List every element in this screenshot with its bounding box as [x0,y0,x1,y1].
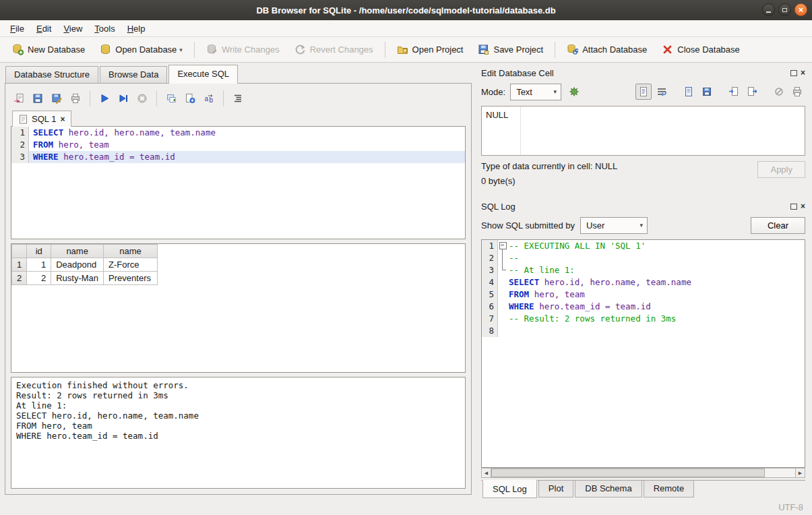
execute-current-line-button[interactable] [115,90,131,107]
open-cell-data-button[interactable] [681,84,697,100]
tab-sql-log[interactable]: SQL Log [482,480,537,498]
revert-changes-button[interactable]: Revert Changes [288,40,380,59]
export-results-icon [185,93,195,104]
export-cell-button[interactable] [744,84,760,100]
mode-settings-button[interactable] [566,84,582,100]
results-cell[interactable]: Rusty-Man [51,272,104,285]
open-database-dropdown-icon[interactable]: ▾ [179,47,183,53]
execute-current-line-icon [118,93,129,104]
sql-log-view[interactable]: 1-- EXECUTING ALL IN 'SQL 1'2--3-- At li… [481,239,805,468]
sql-log-dock-header: SQL Log × [481,199,805,214]
save-project-button[interactable]: Save Project [471,40,550,59]
doc-text-button[interactable] [635,84,652,100]
menu-tools[interactable]: Tools [88,22,121,36]
print-cell-button[interactable] [789,84,805,100]
sql-doc-icon [19,115,28,124]
scroll-right-icon[interactable]: ▶ [795,468,805,478]
attach-database-button[interactable]: Attach Database [560,40,654,59]
close-database-button[interactable]: Close Database [655,40,747,59]
open-cell-data-icon [683,86,694,97]
sql-doc-tab[interactable]: SQL 1 × [12,111,71,127]
open-query-tab-button[interactable] [163,90,179,107]
tab-browse-data[interactable]: Browse Data [100,66,167,83]
word-wrap-icon [656,86,667,97]
fold-column [498,313,507,325]
stop-execution-button[interactable] [134,90,150,107]
code-line: 5FROM hero, team [482,289,805,301]
results-cell[interactable]: 1 [27,258,51,272]
doc-text-icon [638,86,649,97]
auto-format-button[interactable] [230,90,246,107]
minimize-button[interactable] [762,3,775,16]
close-window-button[interactable]: × [794,3,807,16]
scrollbar-track[interactable] [491,468,795,478]
mode-select[interactable]: Text ▾ [510,84,561,100]
menu-view[interactable]: View [57,22,88,36]
results-cell[interactable]: 2 [27,272,51,285]
main-area: Database Structure Browse Data Execute S… [0,63,812,499]
float-dock-icon[interactable] [790,204,797,210]
execution-message: Execution finished without errors. Resul… [11,377,466,489]
menu-edit[interactable]: Edit [30,22,57,36]
tab-database-structure[interactable]: Database Structure [5,66,98,83]
results-cell[interactable]: Z-Force [104,258,158,272]
open-project-button[interactable]: Open Project [390,40,470,59]
results-cell[interactable]: Preventers [104,272,158,285]
tab-remote[interactable]: Remote [644,481,695,497]
toolbar-separator [194,42,195,58]
new-database-button[interactable]: New Database [5,40,92,59]
save-project-label: Save Project [493,44,543,55]
results-grid: idnamename11DeadpondZ-Force22Rusty-ManPr… [11,243,466,373]
set-null-button[interactable] [771,84,787,100]
menu-help[interactable]: Help [121,22,152,36]
results-column-header[interactable]: name [51,245,104,258]
cell-value: NULL [482,107,521,155]
clear-log-button[interactable]: Clear [751,217,805,234]
open-sql-file-button[interactable] [11,90,27,107]
save-sql-file-button[interactable] [30,90,46,107]
float-dock-icon[interactable] [790,70,797,76]
sql-editor[interactable]: 1SELECT hero.id, hero.name, team.name2FR… [11,126,466,239]
close-dock-icon[interactable]: × [801,202,805,210]
open-database-button[interactable]: Open Database ▾ [93,40,189,59]
results-column-header[interactable]: id [27,245,51,258]
print-sql-button[interactable] [67,90,84,107]
cell-editor[interactable]: NULL [481,106,805,156]
encoding-indicator[interactable]: UTF-8 [778,502,803,512]
mode-value: Text [516,87,532,97]
close-dock-icon[interactable]: × [801,69,805,77]
tab-db-schema[interactable]: DB Schema [575,481,642,497]
apply-button[interactable]: Apply [757,161,805,178]
maximize-button[interactable] [778,3,791,16]
titlebar[interactable]: DB Browser for SQLite - /home/user/code/… [0,0,812,20]
save-cell-data-button[interactable] [699,84,715,100]
results-column-header[interactable]: name [104,245,158,258]
save-sql-as-button[interactable] [49,90,65,107]
close-tab-icon[interactable]: × [60,115,65,123]
tab-execute-sql[interactable]: Execute SQL [168,65,238,84]
word-wrap-button[interactable] [654,84,670,100]
results-cell[interactable]: Deadpond [51,258,104,272]
row-number[interactable]: 1 [12,258,27,272]
right-pane: Edit Database Cell × Mode: Text ▾ [476,63,812,499]
submitted-by-select[interactable]: User ▾ [580,217,648,234]
scroll-left-icon[interactable]: ◀ [481,468,491,478]
open-project-icon [397,44,408,55]
find-replace-button[interactable]: ab [201,90,217,107]
import-cell-button[interactable] [726,84,742,100]
line-number: 1 [482,240,498,252]
close-database-label: Close Database [677,44,740,55]
toolbar-separator [385,42,385,58]
write-changes-button[interactable]: Write Changes [199,40,286,59]
cell-editor-body[interactable] [521,107,805,155]
scrollbar-thumb[interactable] [491,468,765,477]
execute-all-button[interactable] [96,90,113,107]
code-line: 2-- [482,252,805,264]
tab-plot[interactable]: Plot [538,481,573,497]
bottom-tab-bar: SQL Log Plot DB Schema Remote [481,480,805,499]
menu-file[interactable]: File [4,22,30,36]
row-number[interactable]: 2 [12,272,27,285]
fold-marker-icon[interactable] [498,240,507,252]
edit-cell-title: Edit Database Cell [481,68,554,78]
export-results-button[interactable] [182,90,198,107]
